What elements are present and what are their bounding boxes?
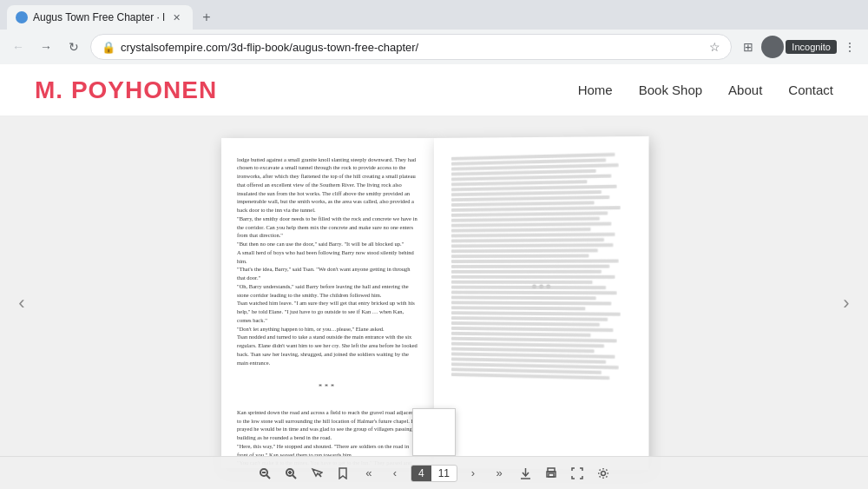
website-content: M. POYHONEN Home Book Shop About Contact… [0, 64, 868, 489]
svg-rect-11 [549, 473, 554, 477]
nav-about[interactable]: About [728, 83, 762, 97]
bookmark-button[interactable] [332, 463, 353, 484]
extensions-button[interactable]: ⊞ [737, 36, 760, 58]
reload-button[interactable]: ↻ [62, 36, 85, 58]
profile-button[interactable] [761, 36, 784, 58]
incognito-badge: Incognito [786, 40, 837, 54]
new-tab-button[interactable]: + [196, 7, 217, 28]
thumbnail-image [412, 408, 456, 456]
svg-line-1 [266, 475, 270, 479]
zoom-in-button[interactable] [280, 463, 301, 484]
more-options-button[interactable]: ⋮ [838, 36, 861, 58]
active-tab[interactable]: Augus Town Free Chapter · l ✕ [7, 5, 193, 30]
next-page-button[interactable]: › [463, 463, 483, 484]
right-page [434, 135, 648, 469]
loading-dot-1 [531, 284, 536, 288]
page-indicator: 4 11 [411, 465, 457, 482]
prev-page-button[interactable]: ‹ [385, 463, 405, 484]
svg-line-4 [293, 475, 296, 479]
tab-title: Augus Town Free Chapter · l [33, 11, 165, 23]
nav-contact[interactable]: Contact [788, 83, 833, 97]
download-button[interactable] [515, 463, 536, 484]
prev-page-arrow[interactable]: ‹ [0, 116, 43, 489]
total-pages-number: 11 [431, 466, 457, 481]
fullscreen-button[interactable] [567, 463, 588, 484]
browser-toolbar: ← → ↻ 🔒 crystalsofempire.com/3d-flip-boo… [0, 30, 868, 64]
browser-toolbar-icons: ⊞ Incognito ⋮ [737, 36, 861, 58]
nav-home[interactable]: Home [578, 83, 613, 97]
nav-book-shop[interactable]: Book Shop [639, 83, 702, 97]
left-page-text: lodge butted against a small granite kno… [237, 155, 418, 468]
page-divider: *** [237, 382, 418, 393]
book-viewer: ‹ lodge butted against a small granite k… [0, 116, 868, 489]
site-navigation: M. POYHONEN Home Book Shop About Contact [0, 64, 868, 116]
tab-bar: Augus Town Free Chapter · l ✕ + [0, 0, 868, 30]
tab-favicon [16, 11, 28, 23]
last-page-button[interactable]: » [489, 463, 510, 484]
right-page-text-lines [451, 152, 634, 380]
settings-button[interactable] [593, 463, 614, 484]
forward-button[interactable]: → [35, 36, 57, 58]
svg-point-12 [602, 471, 606, 475]
site-logo: M. POYHONEN [35, 76, 217, 104]
next-page-arrow[interactable]: › [825, 116, 868, 489]
current-page-number[interactable]: 4 [411, 466, 431, 481]
first-page-button[interactable]: « [358, 463, 379, 484]
right-page-content [434, 135, 648, 469]
address-bar[interactable]: 🔒 crystalsofempire.com/3d-flip-book/augu… [90, 34, 732, 60]
browser-chrome: Augus Town Free Chapter · l ✕ + ← → ↻ 🔒 … [0, 0, 868, 64]
book-pages-area: lodge butted against a small granite kno… [43, 116, 825, 489]
url-text: crystalsofempire.com/3d-flip-book/augus-… [121, 41, 704, 54]
book-bottom-toolbar: « ‹ 4 11 › » [0, 456, 868, 489]
bookmark-star-icon[interactable]: ☆ [709, 40, 720, 54]
select-tool-button[interactable] [306, 463, 327, 484]
loading-dot-3 [546, 284, 550, 288]
tab-close-button[interactable]: ✕ [170, 10, 184, 24]
nav-links: Home Book Shop About Contact [578, 83, 833, 97]
back-button[interactable]: ← [7, 36, 30, 58]
zoom-out-button[interactable] [254, 463, 275, 484]
print-button[interactable] [541, 463, 562, 484]
loading-dot-2 [539, 284, 543, 288]
left-page: lodge butted against a small granite kno… [221, 138, 434, 468]
loading-indicator [531, 284, 549, 288]
lock-icon: 🔒 [102, 41, 115, 54]
page-thumbnail-preview [412, 408, 456, 456]
